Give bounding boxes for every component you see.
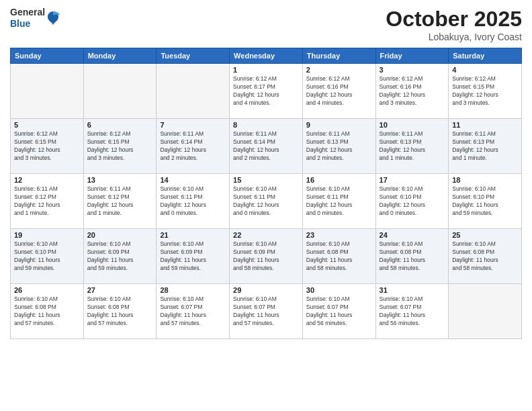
day-number: 28 xyxy=(160,286,226,294)
day-info: Sunrise: 6:10 AM Sunset: 6:11 PM Dayligh… xyxy=(160,185,226,218)
weekday-header-row: SundayMondayTuesdayWednesdayThursdayFrid… xyxy=(11,48,522,64)
week-row-3: 12Sunrise: 6:11 AM Sunset: 6:12 PM Dayli… xyxy=(11,174,522,229)
calendar-cell: 25Sunrise: 6:10 AM Sunset: 6:08 PM Dayli… xyxy=(449,229,522,284)
day-info: Sunrise: 6:12 AM Sunset: 6:17 PM Dayligh… xyxy=(233,75,299,107)
calendar-cell: 16Sunrise: 6:10 AM Sunset: 6:11 PM Dayli… xyxy=(302,174,375,229)
calendar-cell: 29Sunrise: 6:10 AM Sunset: 6:07 PM Dayli… xyxy=(230,284,303,339)
logo-general: General xyxy=(10,7,45,18)
weekday-header-tuesday: Tuesday xyxy=(157,48,230,64)
calendar-cell: 3Sunrise: 6:12 AM Sunset: 6:16 PM Daylig… xyxy=(375,64,449,119)
week-row-2: 5Sunrise: 6:12 AM Sunset: 6:15 PM Daylig… xyxy=(11,119,522,174)
day-info: Sunrise: 6:12 AM Sunset: 6:16 PM Dayligh… xyxy=(306,75,372,107)
title-block: October 2025 Lobakuya, Ivory Coast xyxy=(386,7,522,42)
day-number: 14 xyxy=(160,176,226,184)
day-info: Sunrise: 6:10 AM Sunset: 6:08 PM Dayligh… xyxy=(14,295,80,328)
month-title: October 2025 xyxy=(386,7,522,32)
calendar-cell: 13Sunrise: 6:11 AM Sunset: 6:12 PM Dayli… xyxy=(83,174,157,229)
calendar-cell: 18Sunrise: 6:10 AM Sunset: 6:10 PM Dayli… xyxy=(449,174,522,229)
calendar-cell: 6Sunrise: 6:12 AM Sunset: 6:15 PM Daylig… xyxy=(83,119,157,174)
calendar-cell: 2Sunrise: 6:12 AM Sunset: 6:16 PM Daylig… xyxy=(302,64,375,119)
day-info: Sunrise: 6:10 AM Sunset: 6:11 PM Dayligh… xyxy=(306,185,372,218)
day-number: 25 xyxy=(452,231,518,239)
day-number: 12 xyxy=(14,176,80,184)
day-number: 29 xyxy=(233,286,299,294)
week-row-1: 1Sunrise: 6:12 AM Sunset: 6:17 PM Daylig… xyxy=(11,64,522,119)
calendar-cell: 17Sunrise: 6:10 AM Sunset: 6:10 PM Dayli… xyxy=(375,174,449,229)
day-number: 10 xyxy=(380,121,445,129)
day-info: Sunrise: 6:10 AM Sunset: 6:08 PM Dayligh… xyxy=(87,295,153,328)
header: General Blue October 2025 Lobakuya, Ivor… xyxy=(10,7,522,42)
day-info: Sunrise: 6:12 AM Sunset: 6:16 PM Dayligh… xyxy=(380,75,445,107)
calendar-cell: 7Sunrise: 6:11 AM Sunset: 6:14 PM Daylig… xyxy=(157,119,230,174)
day-info: Sunrise: 6:11 AM Sunset: 6:13 PM Dayligh… xyxy=(380,130,445,163)
day-info: Sunrise: 6:10 AM Sunset: 6:11 PM Dayligh… xyxy=(233,185,299,218)
day-info: Sunrise: 6:10 AM Sunset: 6:10 PM Dayligh… xyxy=(14,240,80,273)
day-info: Sunrise: 6:10 AM Sunset: 6:08 PM Dayligh… xyxy=(452,240,518,273)
day-number: 9 xyxy=(306,121,372,129)
day-info: Sunrise: 6:10 AM Sunset: 6:10 PM Dayligh… xyxy=(380,185,445,218)
day-number: 16 xyxy=(306,176,372,184)
day-number: 5 xyxy=(14,121,80,129)
calendar-cell: 11Sunrise: 6:11 AM Sunset: 6:13 PM Dayli… xyxy=(449,119,522,174)
day-info: Sunrise: 6:11 AM Sunset: 6:14 PM Dayligh… xyxy=(160,130,226,163)
day-info: Sunrise: 6:10 AM Sunset: 6:09 PM Dayligh… xyxy=(160,240,226,273)
calendar-cell: 30Sunrise: 6:10 AM Sunset: 6:07 PM Dayli… xyxy=(302,284,375,339)
day-number: 31 xyxy=(380,286,445,294)
calendar-cell: 10Sunrise: 6:11 AM Sunset: 6:13 PM Dayli… xyxy=(375,119,449,174)
day-info: Sunrise: 6:10 AM Sunset: 6:08 PM Dayligh… xyxy=(306,240,372,273)
day-info: Sunrise: 6:10 AM Sunset: 6:07 PM Dayligh… xyxy=(306,295,372,328)
day-number: 22 xyxy=(233,231,299,239)
calendar-cell: 8Sunrise: 6:11 AM Sunset: 6:14 PM Daylig… xyxy=(230,119,303,174)
calendar-cell: 23Sunrise: 6:10 AM Sunset: 6:08 PM Dayli… xyxy=(302,229,375,284)
day-info: Sunrise: 6:10 AM Sunset: 6:07 PM Dayligh… xyxy=(160,295,226,328)
day-info: Sunrise: 6:10 AM Sunset: 6:09 PM Dayligh… xyxy=(87,240,153,273)
logo-text: General Blue xyxy=(10,7,45,30)
calendar-cell: 20Sunrise: 6:10 AM Sunset: 6:09 PM Dayli… xyxy=(83,229,157,284)
calendar-cell xyxy=(157,64,230,119)
calendar-cell: 19Sunrise: 6:10 AM Sunset: 6:10 PM Dayli… xyxy=(11,229,84,284)
day-info: Sunrise: 6:11 AM Sunset: 6:12 PM Dayligh… xyxy=(87,185,153,218)
calendar-cell: 21Sunrise: 6:10 AM Sunset: 6:09 PM Dayli… xyxy=(157,229,230,284)
weekday-header-friday: Friday xyxy=(375,48,449,64)
calendar-cell xyxy=(449,284,522,339)
day-number: 30 xyxy=(306,286,372,294)
day-info: Sunrise: 6:11 AM Sunset: 6:13 PM Dayligh… xyxy=(306,130,372,163)
day-info: Sunrise: 6:12 AM Sunset: 6:15 PM Dayligh… xyxy=(452,75,518,107)
calendar-cell: 31Sunrise: 6:10 AM Sunset: 6:07 PM Dayli… xyxy=(375,284,449,339)
day-number: 15 xyxy=(233,176,299,184)
calendar-cell: 14Sunrise: 6:10 AM Sunset: 6:11 PM Dayli… xyxy=(157,174,230,229)
day-number: 17 xyxy=(380,176,445,184)
day-info: Sunrise: 6:12 AM Sunset: 6:15 PM Dayligh… xyxy=(14,130,80,163)
weekday-header-wednesday: Wednesday xyxy=(230,48,303,64)
day-number: 7 xyxy=(160,121,226,129)
week-row-5: 26Sunrise: 6:10 AM Sunset: 6:08 PM Dayli… xyxy=(11,284,522,339)
day-info: Sunrise: 6:10 AM Sunset: 6:07 PM Dayligh… xyxy=(233,295,299,328)
calendar-cell: 27Sunrise: 6:10 AM Sunset: 6:08 PM Dayli… xyxy=(83,284,157,339)
calendar-cell: 9Sunrise: 6:11 AM Sunset: 6:13 PM Daylig… xyxy=(302,119,375,174)
calendar-cell: 15Sunrise: 6:10 AM Sunset: 6:11 PM Dayli… xyxy=(230,174,303,229)
day-info: Sunrise: 6:11 AM Sunset: 6:12 PM Dayligh… xyxy=(14,185,80,218)
logo-bird-icon xyxy=(46,10,60,26)
calendar-cell: 22Sunrise: 6:10 AM Sunset: 6:09 PM Dayli… xyxy=(230,229,303,284)
day-number: 11 xyxy=(452,121,518,129)
calendar-cell: 4Sunrise: 6:12 AM Sunset: 6:15 PM Daylig… xyxy=(449,64,522,119)
weekday-header-sunday: Sunday xyxy=(11,48,84,64)
day-number: 20 xyxy=(87,231,153,239)
calendar-cell xyxy=(83,64,157,119)
day-number: 8 xyxy=(233,121,299,129)
day-number: 13 xyxy=(87,176,153,184)
calendar-cell: 24Sunrise: 6:10 AM Sunset: 6:08 PM Dayli… xyxy=(375,229,449,284)
calendar-cell: 5Sunrise: 6:12 AM Sunset: 6:15 PM Daylig… xyxy=(11,119,84,174)
day-number: 3 xyxy=(380,66,445,74)
calendar-cell: 1Sunrise: 6:12 AM Sunset: 6:17 PM Daylig… xyxy=(230,64,303,119)
calendar-table: SundayMondayTuesdayWednesdayThursdayFrid… xyxy=(10,48,522,339)
day-number: 19 xyxy=(14,231,80,239)
day-number: 18 xyxy=(452,176,518,184)
day-number: 6 xyxy=(87,121,153,129)
calendar-page: General Blue October 2025 Lobakuya, Ivor… xyxy=(0,0,532,411)
day-info: Sunrise: 6:10 AM Sunset: 6:07 PM Dayligh… xyxy=(380,295,445,328)
day-info: Sunrise: 6:11 AM Sunset: 6:13 PM Dayligh… xyxy=(452,130,518,163)
weekday-header-thursday: Thursday xyxy=(302,48,375,64)
day-number: 21 xyxy=(160,231,226,239)
day-number: 26 xyxy=(14,286,80,294)
